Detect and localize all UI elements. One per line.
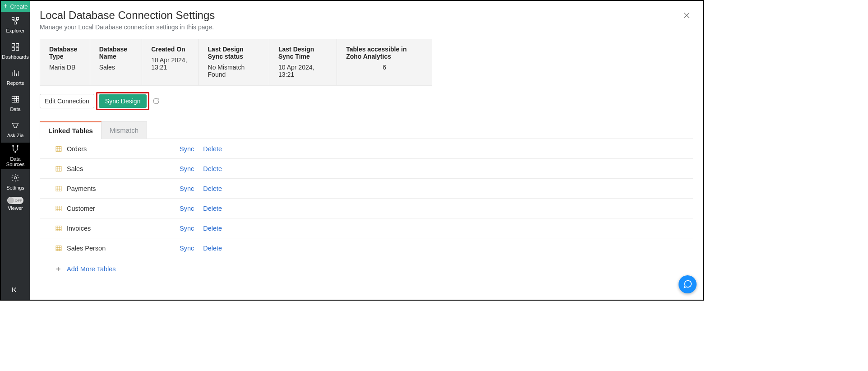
sidebar-collapse[interactable] (1, 285, 30, 300)
nav-label: Settings (6, 185, 24, 190)
dashboards-icon (11, 42, 20, 52)
nav-label: Data (10, 107, 20, 112)
svg-rect-2 (14, 22, 17, 24)
svg-rect-14 (56, 186, 61, 191)
info-value: 10 Apr 2024, 13:21 (278, 64, 328, 78)
svg-rect-6 (16, 48, 19, 51)
delete-link[interactable]: Delete (203, 225, 222, 232)
info-database-name: Database Name Sales (90, 39, 142, 85)
nav-settings[interactable]: Settings (1, 169, 30, 195)
page-subtitle: Manage your Local Database connection se… (40, 23, 693, 31)
table-icon (55, 145, 62, 153)
svg-point-11 (14, 177, 17, 179)
reload-icon[interactable] (152, 97, 160, 105)
plus-icon (55, 266, 61, 272)
main-content: Local Database Connection Settings Manag… (30, 1, 703, 300)
nav-label: Explorer (6, 28, 25, 33)
data-icon (11, 95, 20, 105)
tab-mismatch[interactable]: Mismatch (102, 121, 147, 139)
sync-design-button[interactable]: Sync Design (99, 94, 147, 108)
svg-rect-16 (56, 226, 61, 231)
viewer-toggle[interactable]: OFF (7, 197, 23, 204)
viewer-toggle-label: OFF (15, 199, 22, 203)
page-title: Local Database Connection Settings (40, 9, 693, 22)
info-label: Database Name (99, 46, 133, 60)
info-value: Sales (99, 64, 133, 71)
tab-label: Linked Tables (48, 127, 93, 134)
nav-explorer[interactable]: Explorer (1, 12, 30, 38)
info-last-sync-time: Last Design Sync Time 10 Apr 2024, 13:21 (269, 39, 337, 85)
close-button[interactable] (682, 11, 691, 20)
info-tables-accessible: Tables accessible in Zoho Analytics 6 (337, 39, 432, 85)
info-value: 10 Apr 2024, 13:21 (151, 56, 189, 71)
info-value: No Mismatch Found (208, 64, 260, 78)
table-row: Sales Person Sync Delete (40, 238, 693, 258)
table-icon (55, 185, 62, 192)
linked-tables-list: Orders Sync Delete Sales Sync Delete Pay… (40, 139, 693, 280)
table-name: Customer (67, 205, 180, 212)
add-more-tables-link[interactable]: Add More Tables (67, 265, 116, 273)
ask-zia-icon (11, 121, 20, 131)
sync-link[interactable]: Sync (180, 205, 194, 212)
table-icon (55, 225, 62, 232)
nav-label: Ask Zia (7, 133, 24, 138)
info-label: Last Design Sync status (208, 46, 260, 60)
sidebar: Create Explorer Dashboards Reports Data … (1, 1, 30, 300)
table-icon (55, 245, 62, 252)
data-sources-icon (11, 144, 20, 154)
svg-rect-12 (56, 146, 61, 151)
add-more-row: Add More Tables (40, 258, 693, 280)
tab-label: Mismatch (110, 126, 139, 134)
delete-link[interactable]: Delete (203, 165, 222, 172)
delete-link[interactable]: Delete (203, 145, 222, 153)
sync-link[interactable]: Sync (180, 245, 194, 252)
nav-dashboards[interactable]: Dashboards (1, 38, 30, 64)
chat-icon (683, 279, 693, 290)
sync-design-label: Sync Design (105, 97, 141, 105)
info-strip: Database Type Maria DB Database Name Sal… (40, 39, 432, 86)
delete-link[interactable]: Delete (203, 205, 222, 212)
help-chat-button[interactable] (679, 275, 697, 293)
info-label: Tables accessible in Zoho Analytics (346, 46, 423, 60)
nav-label: Dashboards (2, 54, 28, 60)
info-created-on: Created On 10 Apr 2024, 13:21 (142, 39, 198, 85)
table-name: Sales (67, 165, 180, 172)
close-icon (682, 14, 691, 21)
svg-rect-1 (17, 18, 19, 20)
nav-ask-zia[interactable]: Ask Zia (1, 116, 30, 143)
info-database-type: Database Type Maria DB (40, 39, 90, 85)
nav-data[interactable]: Data (1, 90, 30, 116)
explorer-icon (11, 16, 20, 26)
nav-label: Data Sources (1, 156, 30, 167)
sync-link[interactable]: Sync (180, 225, 194, 232)
sync-link[interactable]: Sync (180, 165, 194, 172)
info-value: Maria DB (49, 64, 81, 71)
viewer-toggle-block: OFF Viewer (1, 197, 30, 211)
edit-connection-button[interactable]: Edit Connection (40, 94, 94, 108)
sync-link[interactable]: Sync (180, 185, 194, 192)
delete-link[interactable]: Delete (203, 185, 222, 192)
svg-rect-13 (56, 166, 61, 171)
table-row: Payments Sync Delete (40, 179, 693, 199)
sync-link[interactable]: Sync (180, 145, 194, 153)
table-row: Orders Sync Delete (40, 139, 693, 159)
nav-data-sources[interactable]: Data Sources (1, 143, 30, 169)
table-name: Sales Person (67, 245, 180, 252)
sync-design-highlight: Sync Design (96, 92, 150, 110)
table-row: Customer Sync Delete (40, 199, 693, 218)
table-row: Sales Sync Delete (40, 159, 693, 179)
reports-icon (11, 69, 20, 79)
tab-linked-tables[interactable]: Linked Tables (40, 121, 102, 139)
nav-reports[interactable]: Reports (1, 64, 30, 90)
delete-link[interactable]: Delete (203, 245, 222, 252)
svg-rect-15 (56, 206, 61, 211)
svg-rect-7 (12, 96, 19, 102)
svg-rect-5 (12, 48, 15, 51)
info-last-sync-status: Last Design Sync status No Mismatch Foun… (199, 39, 269, 85)
tabs: Linked Tables Mismatch (40, 121, 693, 139)
info-label: Created On (151, 46, 189, 53)
table-name: Orders (67, 145, 180, 153)
create-button[interactable]: Create (1, 1, 30, 12)
button-row: Edit Connection Sync Design (40, 92, 693, 110)
viewer-label: Viewer (8, 205, 23, 211)
